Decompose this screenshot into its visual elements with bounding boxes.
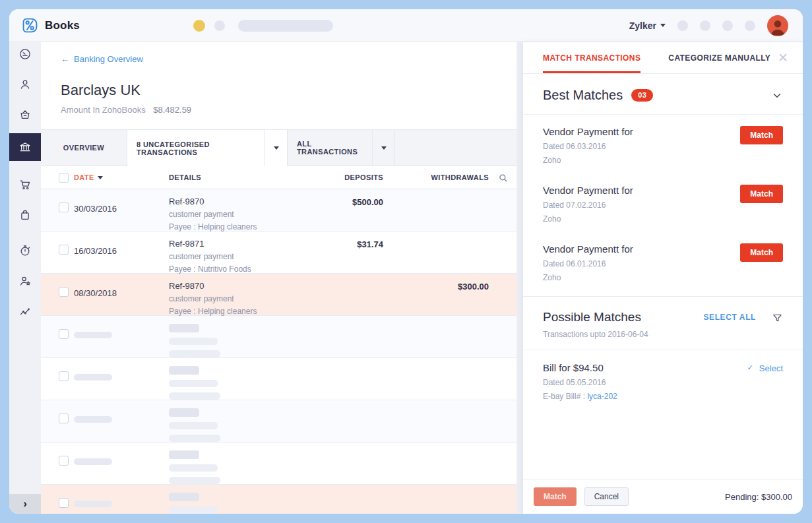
match-item-button[interactable]: Match — [740, 243, 783, 262]
topbar-placeholder-dot — [214, 20, 225, 31]
details-placeholder — [169, 358, 304, 400]
pending-amount: Pending: $300.00 — [725, 492, 792, 502]
row-checkbox[interactable] — [59, 329, 69, 339]
transaction-date: 30/03/2016 — [74, 204, 169, 214]
topbar-icon-placeholder-2[interactable] — [700, 20, 710, 31]
org-selector[interactable]: Zylker — [629, 20, 666, 31]
tab-match-transactions[interactable]: MATCH TRANSACTIONS — [543, 42, 640, 73]
purchases-icon — [18, 208, 32, 222]
transaction-date: 16/03/2016 — [74, 246, 169, 256]
sidebar-item-items[interactable] — [9, 103, 41, 127]
banking-icon — [18, 140, 32, 154]
best-match-date: Dated 06.03.2016 — [543, 142, 740, 151]
back-link[interactable]: ← Banking Overview — [61, 54, 143, 64]
withdrawal-amount: $300.00 — [383, 282, 489, 292]
match-item-button[interactable]: Match — [740, 185, 783, 203]
row-checkbox[interactable] — [59, 245, 69, 255]
ref-placeholder — [169, 324, 199, 332]
transaction-type: customer payment — [169, 252, 304, 261]
table-row[interactable] — [41, 485, 516, 514]
table-row[interactable]: 30/03/2016Ref-9870customer paymentPayee … — [41, 189, 516, 231]
tab-categorize-manually[interactable]: CATEGORIZE MANUALLY — [668, 42, 770, 73]
best-match-item: Vendor Paymentt forDated 06.01.2016ZohoM… — [523, 232, 803, 291]
sidebar: › — [9, 42, 41, 514]
close-icon[interactable]: ✕ — [778, 51, 788, 64]
row-checkbox[interactable] — [59, 287, 69, 297]
main-content: ← Banking Overview Barclays UK Amount In… — [41, 42, 516, 514]
line-placeholder — [169, 422, 218, 429]
sidebar-item-purchases[interactable] — [9, 203, 41, 227]
best-match-list: Vendor Paymentt forDated 06.03.2016ZohoM… — [523, 115, 803, 291]
column-header-date[interactable]: DATE — [74, 173, 169, 181]
topbar-icon-placeholder-1[interactable] — [677, 20, 688, 31]
best-match-vendor: Zoho — [543, 156, 740, 165]
possible-match-date: Dated 05.05.2016 — [543, 378, 617, 387]
search-input[interactable] — [238, 20, 333, 32]
table-row[interactable] — [41, 358, 516, 400]
row-checkbox[interactable] — [59, 498, 69, 508]
sidebar-item-dashboard[interactable] — [9, 42, 41, 66]
possible-match-info: Bill for $94.50Dated 05.05.2016E-bay Bil… — [543, 362, 617, 401]
table-row[interactable]: 08/30/2018Ref-9870customer paymentPayee … — [41, 274, 516, 316]
select-match-link[interactable]: ✓Select — [747, 362, 783, 401]
sidebar-item-contacts[interactable] — [9, 73, 41, 96]
topbar-icon-placeholder-3[interactable] — [722, 20, 733, 31]
column-header-withdrawals: WITHDRAWALS — [383, 173, 489, 181]
tab-uncategorised-label: 8 UNCATEGORISED TRANSACTIONS — [127, 130, 265, 166]
row-checkbox[interactable] — [59, 414, 69, 423]
line-placeholder — [169, 464, 218, 472]
tab-overview[interactable]: OVERVIEW — [41, 130, 127, 166]
bill-number-link[interactable]: lyca-202 — [587, 392, 617, 401]
collapse-chevron-icon[interactable] — [771, 90, 783, 102]
deposit-amount: $500.00 — [304, 197, 383, 207]
window-frame: Books Zylker — [0, 0, 812, 523]
sidebar-item-reports[interactable] — [9, 299, 41, 323]
transaction-payee: Payee : Helping cleaners — [169, 222, 304, 231]
select-all-checkbox[interactable] — [59, 173, 69, 183]
best-match-info: Vendor Paymentt forDated 07.02.2016Zoho — [543, 185, 740, 224]
sidebar-expand-button[interactable]: › — [9, 494, 41, 514]
transaction-details: Ref-9871customer paymentPayee : Nutritiv… — [169, 231, 304, 274]
time-tracking-icon — [18, 244, 32, 257]
table-body: 30/03/2016Ref-9870customer paymentPayee … — [41, 189, 516, 514]
app-body: › ← Banking Overview Barclays UK Amount … — [9, 42, 803, 514]
sort-caret-icon — [98, 176, 103, 179]
tab-all-transactions[interactable]: ALL TRANSACTIONS — [288, 130, 395, 166]
cancel-button[interactable]: Cancel — [584, 487, 629, 506]
possible-matches-subtitle: Transactions upto 2016-06-04 — [543, 330, 648, 339]
all-transactions-dropdown-caret[interactable] — [372, 130, 394, 166]
table-row[interactable] — [41, 400, 516, 443]
check-icon: ✓ — [747, 363, 753, 372]
match-item-button[interactable]: Match — [740, 126, 783, 144]
select-all-link[interactable]: SELECT ALL — [703, 313, 756, 322]
table-search-icon[interactable] — [489, 173, 516, 183]
match-button[interactable]: Match — [534, 487, 577, 506]
notification-dot[interactable] — [193, 20, 205, 32]
table-row[interactable]: 16/03/2016Ref-9871customer paymentPayee … — [41, 231, 516, 274]
best-match-vendor: Zoho — [543, 273, 740, 282]
uncategorised-dropdown-caret[interactable] — [265, 130, 287, 166]
table-row[interactable] — [41, 443, 516, 485]
date-placeholder — [74, 501, 112, 507]
sidebar-item-banking[interactable] — [9, 133, 41, 161]
sidebar-item-time-tracking[interactable] — [9, 239, 41, 262]
app-logo[interactable]: Books — [21, 16, 80, 34]
avatar-person-icon — [768, 16, 788, 36]
best-match-info: Vendor Paymentt forDated 06.01.2016Zoho — [543, 243, 740, 282]
filter-funnel-icon[interactable] — [772, 313, 783, 324]
row-checkbox[interactable] — [59, 456, 69, 466]
dashboard-icon — [18, 47, 32, 61]
table-row[interactable] — [41, 316, 516, 358]
sidebar-item-sales[interactable] — [9, 173, 41, 197]
books-logo-icon — [21, 16, 39, 34]
row-checkbox[interactable] — [59, 371, 69, 381]
org-name: Zylker — [629, 20, 656, 31]
sidebar-item-accountant[interactable] — [9, 269, 41, 293]
transaction-details: Ref-9870customer paymentPayee : Helping … — [169, 189, 304, 231]
avatar[interactable] — [767, 15, 788, 36]
contacts-icon — [18, 78, 32, 91]
row-checkbox[interactable] — [59, 202, 69, 212]
tab-uncategorised-transactions[interactable]: 8 UNCATEGORISED TRANSACTIONS — [127, 130, 288, 166]
items-icon — [18, 108, 32, 121]
topbar-icon-placeholder-4[interactable] — [745, 20, 755, 31]
